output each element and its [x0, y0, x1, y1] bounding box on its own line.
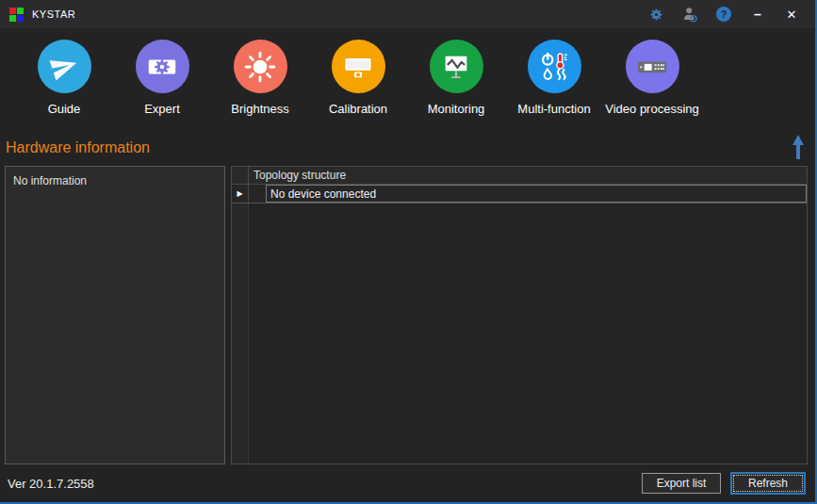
- table-empty-body: [232, 203, 807, 463]
- power-temp-humidity-icon: [528, 40, 581, 93]
- nav-label: Calibration: [329, 102, 387, 116]
- nav-item-brightness[interactable]: Brightness: [211, 40, 309, 130]
- screen-camera-icon: [332, 40, 385, 93]
- section-header: Hardware information: [0, 130, 815, 166]
- nav-item-multi-function[interactable]: Multi-function: [505, 40, 603, 130]
- nav-item-monitoring[interactable]: Monitoring: [407, 40, 505, 130]
- main-nav: Guide Expert: [0, 28, 815, 130]
- paper-plane-icon: [38, 40, 91, 93]
- nav-label: Expert: [144, 102, 180, 116]
- content-area: No information Topology structure ▶ No d…: [0, 166, 815, 464]
- refresh-button-label: Refresh: [748, 477, 788, 490]
- nav-label: Video processing: [605, 102, 699, 116]
- nav-label: Multi-function: [517, 102, 590, 116]
- collapse-up-arrow-icon[interactable]: [791, 134, 806, 160]
- section-title: Hardware information: [6, 139, 150, 156]
- titlebar: KYSTAR ?: [0, 0, 815, 28]
- sun-icon: [234, 40, 287, 93]
- nav-item-guide[interactable]: Guide: [15, 40, 113, 130]
- row-header-corner: [232, 167, 249, 184]
- no-device-cell[interactable]: No device connected: [266, 185, 807, 203]
- topology-table: Topology structure ▶ No device connected: [231, 166, 808, 464]
- nav-label: Monitoring: [428, 102, 485, 116]
- video-processor-icon: [626, 40, 679, 93]
- footer-bar: Ver 20.1.7.2558 Export list Refresh: [0, 464, 815, 502]
- switch-user-icon[interactable]: [679, 4, 700, 24]
- settings-gear-icon[interactable]: [645, 4, 666, 24]
- row-selector-icon: ▶: [232, 185, 249, 203]
- version-text: Ver 20.1.7.2558: [8, 477, 94, 491]
- topology-column-header: Topology structure: [249, 167, 807, 184]
- nav-item-calibration[interactable]: Calibration: [309, 40, 407, 130]
- export-list-button[interactable]: Export list: [642, 473, 721, 494]
- nav-label: Guide: [48, 102, 81, 116]
- gear-panel-icon: [136, 40, 189, 93]
- row-indent: [249, 185, 266, 203]
- refresh-button[interactable]: Refresh: [730, 472, 806, 495]
- chart-monitor-icon: [430, 40, 483, 93]
- topology-table-header: Topology structure: [232, 167, 807, 185]
- nav-item-expert[interactable]: Expert: [113, 40, 211, 130]
- help-icon[interactable]: ?: [713, 4, 734, 24]
- no-information-text: No information: [6, 167, 224, 187]
- hardware-info-panel: No information: [5, 166, 225, 464]
- nav-label: Brightness: [231, 102, 288, 116]
- kystar-logo-icon: [9, 8, 24, 22]
- app-title: KYSTAR: [32, 8, 75, 20]
- close-button[interactable]: ✕: [781, 4, 802, 24]
- table-row[interactable]: ▶ No device connected: [232, 185, 807, 203]
- nav-item-video-processing[interactable]: Video processing: [603, 40, 701, 130]
- minimize-button[interactable]: –: [747, 4, 768, 24]
- row-header-strip: [232, 203, 249, 463]
